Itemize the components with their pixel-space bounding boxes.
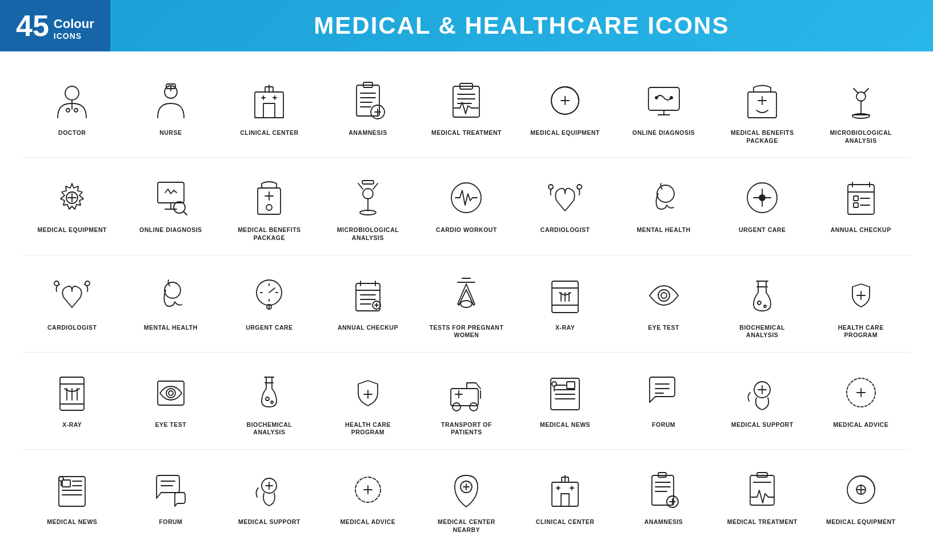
svg-line-91 [269,288,275,293]
svg-point-127 [271,401,273,403]
icon-label-clinical-center2: CLINICAL CENTER [536,518,594,526]
svg-point-141 [552,382,556,386]
icon-label-biochemical: BIOCHEMICAL ANALYSIS [725,324,799,339]
doctor-icon [49,78,95,123]
icon-cell-medical-news: MEDICAL NEWS [516,361,615,441]
icon-label-urgent-care: URGENT CARE [739,226,786,234]
icon-label-xray: X-RAY [555,324,575,332]
icon-cell-medical-equipment: MEDICAL EQUIPMENT [516,69,615,149]
svg-point-114 [758,301,761,305]
icon-cell-medical-benefits: MEDICAL BENEFITS PACKAGE [713,69,812,149]
icon-label-medical-treatment2: MEDICAL TREATMENT [727,518,798,526]
icon-cell-biochemical2: BIOCHEMICAL ANALYSIS [220,361,319,441]
icons-grid: DOCTORNURSECLINICAL CENTERANAMNESISMEDIC… [23,69,910,538]
xray2-icon [49,370,95,415]
medical-benefits2-icon [246,175,292,221]
icon-cell-medical-support2: MEDICAL SUPPORT [220,458,319,538]
cardio-workout-icon [443,175,489,221]
icon-cell-ambulance: TRANSPORT OF PATIENTS [417,361,516,441]
online-diagnosis2-icon [148,175,194,221]
icon-label-medical-benefits: MEDICAL BENEFITS PACKAGE [725,129,799,145]
ambulance-icon [443,370,489,415]
forum2-icon [148,467,194,513]
row-divider [23,255,910,255]
svg-rect-153 [62,480,70,487]
svg-point-126 [266,397,269,401]
icon-label-eye-test2: EYE TEST [155,421,186,429]
svg-point-111 [661,293,667,298]
svg-rect-54 [158,182,184,203]
icon-cell-medical-advice2: MEDICAL ADVICE [319,458,418,538]
nurse-icon [148,78,194,123]
icon-label-forum: FORUM [652,421,675,429]
svg-rect-75 [848,185,874,214]
cardiologist2-icon [49,273,95,318]
icon-cell-medical-news2: MEDICAL NEWS [23,458,122,538]
svg-rect-79 [854,196,858,201]
icon-label-annual-checkup2: ANNUAL CHECKUP [338,324,398,332]
icon-cell-xray: X-RAY [516,263,615,344]
icon-label-healthcare-program: HEALTH CARE PROGRAM [824,324,898,339]
header: 45 Colour ICONS MEDICAL & HEALTHCARE ICO… [0,0,933,51]
svg-rect-189 [757,473,767,477]
healthcare-program2-icon [345,370,391,415]
svg-point-110 [658,290,670,301]
badge-colour: Colour [54,17,94,31]
icon-cell-anamnesis: ANAMNESIS [319,69,418,149]
icon-label-medical-benefits2: MEDICAL BENEFITS PACKAGE [232,226,306,242]
icon-label-clinical-center: CLINICAL CENTER [240,129,298,137]
icon-label-microscope2: MICROBIOLOGICAL ANALYSIS [331,226,405,242]
svg-point-131 [453,403,461,411]
biochemical-icon [739,273,785,318]
icon-cell-microscope: MICROBIOLOGICAL ANALYSIS [811,69,910,149]
icon-label-medical-news: MEDICAL NEWS [540,421,590,429]
icon-label-xray2: X-RAY [62,421,82,429]
medical-treatment-icon [443,78,489,123]
icon-label-cardiologist: CARDIOLOGIST [540,226,590,234]
annual-checkup-icon [838,175,884,221]
svg-rect-9 [263,103,275,118]
svg-point-70 [657,185,674,202]
svg-rect-179 [652,475,674,505]
svg-point-132 [470,403,478,411]
medical-treatment2-icon [739,467,785,513]
icon-cell-urgent-care2: URGENT CARE [220,263,319,344]
icon-label-forum2: FORUM [159,518,182,526]
icon-label-medical-news2: MEDICAL NEWS [47,518,97,526]
icon-label-medical-support2: MEDICAL SUPPORT [238,518,301,526]
icon-cell-online-diagnosis: ONLINE DIAGNOSIS [614,69,713,149]
urgent-care-icon [739,175,785,221]
icon-label-medical-equipment-gear: MEDICAL EQUIPMENT [38,226,107,234]
svg-point-3 [74,109,78,112]
medical-equipment2-icon [838,467,884,513]
medical-support-icon [739,370,785,415]
icon-cell-annual-checkup: ANNUAL CHECKUP [811,166,910,246]
anamnesis-icon [345,78,391,123]
badge-number: 45 [16,11,49,41]
svg-line-58 [183,211,187,215]
icon-cell-forum: FORUM [614,361,713,441]
eye-test2-icon [148,370,194,415]
icon-cell-cardio-workout: CARDIO WORKOUT [417,166,516,246]
svg-rect-121 [158,381,184,405]
urgent-care2-icon [246,273,292,318]
row-divider [23,352,910,353]
svg-point-84 [85,281,90,286]
svg-line-48 [864,89,868,93]
mental-health2-icon [148,273,194,318]
icon-label-cardiologist2: CARDIOLOGIST [47,324,97,332]
icon-cell-eye-test2: EYE TEST [122,361,221,441]
icon-label-anamnesis2: ANAMNESIS [644,518,683,526]
icon-cell-microscope2: MICROBIOLOGICAL ANALYSIS [319,166,418,246]
icon-cell-medical-center-nearby: MEDICAL CENTER NEARBY [417,458,516,538]
xray-icon [542,273,588,318]
svg-point-85 [165,282,181,298]
icon-label-nurse: NURSE [159,129,182,137]
svg-rect-171 [552,482,578,506]
icon-cell-medical-equipment-gear: MEDICAL EQUIPMENT [23,166,122,246]
icon-cell-biochemical: BIOCHEMICAL ANALYSIS [713,263,812,344]
medical-equipment-icon [542,78,588,123]
icon-label-mental-health: MENTAL HEALTH [637,226,691,234]
svg-point-62 [266,205,272,210]
icon-cell-pregnant-test: TESTS FOR PREGNANT WOMEN [417,263,516,344]
